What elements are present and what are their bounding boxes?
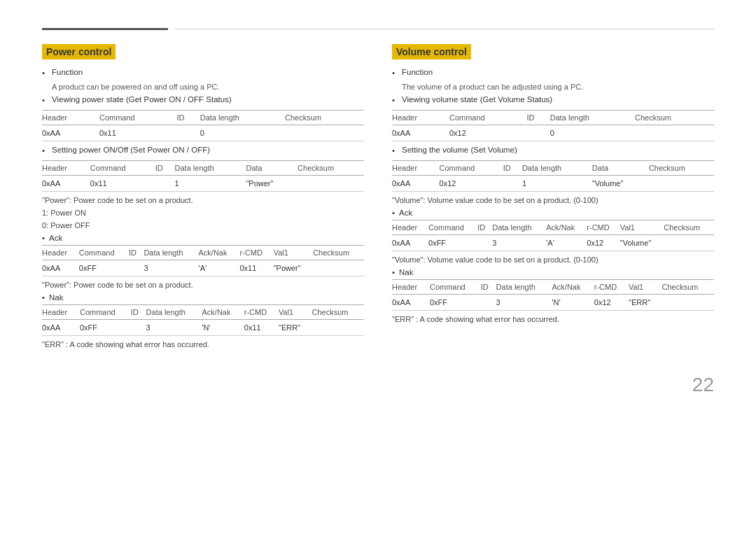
col-command: Command: [99, 111, 177, 125]
volume-ack-table: Header Command ID Data length Ack/Nak r-…: [392, 220, 714, 251]
power-viewing-label: Viewing power state (Get Power ON / OFF …: [52, 95, 232, 104]
two-column-layout: Power control • Function A product can b…: [42, 44, 714, 353]
power-err-note: "ERR" : A code showing what error has oc…: [42, 340, 364, 349]
power-note2: 1: Power ON: [42, 209, 364, 217]
table-row: 0xAA 0x11 1 "Power": [42, 176, 364, 192]
page-number: 22: [42, 374, 714, 396]
volume-view-table: Header Command ID Data length Checksum 0…: [392, 110, 714, 141]
power-setting-list: • Setting power ON/Off (Set Power ON / O…: [42, 146, 364, 155]
volume-ack-label: Ack: [392, 209, 714, 217]
table-row: 0xAA 0xFF 3 'N' 0x11 "ERR": [42, 320, 364, 336]
power-setting-item: • Setting power ON/Off (Set Power ON / O…: [42, 146, 364, 155]
page-top-line: [42, 28, 714, 30]
table-row: 0xAA 0xFF 3 'N' 0x12 "ERR": [392, 295, 714, 311]
power-ack-table: Header Command ID Data length Ack/Nak r-…: [42, 245, 364, 276]
col-id: ID: [177, 111, 200, 125]
volume-control-title: Volume control: [392, 44, 471, 59]
volume-setting-item: • Setting the volume (Set Volume): [392, 146, 714, 155]
col-checksum: Checksum: [285, 111, 364, 125]
volume-function-list: • Function: [392, 68, 714, 77]
bullet-icon4: •: [392, 69, 402, 77]
bullet-icon: •: [42, 69, 52, 77]
volume-setting-label: Setting the volume (Set Volume): [402, 146, 517, 154]
volume-control-section: Volume control • Function The volume of …: [392, 44, 714, 353]
power-function-label: Function: [52, 68, 83, 76]
power-note1: "Power": Power code to be set on a produ…: [42, 196, 364, 204]
power-function-list: • Function: [42, 68, 364, 77]
bullet-icon5: •: [392, 96, 402, 104]
volume-setting-list: • Setting the volume (Set Volume): [392, 146, 714, 155]
col-header: Header: [42, 111, 99, 125]
power-nak-label: Nak: [42, 293, 364, 302]
power-function-desc: A product can be powered on and off usin…: [52, 83, 364, 91]
volume-function-desc: The volume of a product can be adjusted …: [402, 83, 714, 91]
power-control-section: Power control • Function A product can b…: [42, 44, 364, 353]
top-line-rule: [175, 29, 714, 29]
power-ack-label: Ack: [42, 234, 364, 242]
top-line-accent: [42, 28, 168, 30]
volume-note1: "Volume": Volume value code to be set on…: [392, 196, 714, 204]
table-row: 0xAA 0x11 0: [42, 125, 364, 141]
volume-viewing-item: • Viewing volume state (Get Volume Statu…: [392, 95, 714, 104]
bullet-icon2: •: [42, 96, 52, 104]
volume-err-note: "ERR" : A code showing what error has oc…: [392, 315, 714, 323]
col-datalength: Data length: [200, 111, 285, 125]
volume-viewing-list: • Viewing volume state (Get Volume Statu…: [392, 95, 714, 104]
volume-nak-label: Nak: [392, 268, 714, 276]
bullet-icon6: •: [392, 146, 402, 155]
table-row: 0xAA 0x12 0: [392, 125, 714, 141]
power-ack-note: "Power": Power code to be set on a produ…: [42, 281, 364, 289]
volume-nak-table: Header Command ID Data length Ack/Nak r-…: [392, 279, 714, 311]
volume-viewing-label: Viewing volume state (Get Volume Status): [402, 95, 552, 104]
power-setting-label: Setting power ON/Off (Set Power ON / OFF…: [52, 146, 210, 154]
power-view-table: Header Command ID Data length Checksum 0…: [42, 110, 364, 141]
bullet-icon3: •: [42, 146, 52, 155]
volume-function-item: • Function: [392, 68, 714, 77]
power-control-title: Power control: [42, 44, 115, 59]
power-viewing-list: • Viewing power state (Get Power ON / OF…: [42, 95, 364, 104]
power-note3: 0: Power OFF: [42, 221, 364, 230]
volume-ack-note: "Volume": Volume value code to be set on…: [392, 255, 714, 264]
power-nak-table: Header Command ID Data length Ack/Nak r-…: [42, 304, 364, 336]
table-row: 0xAA 0xFF 3 'A' 0x12 "Volume": [392, 235, 714, 251]
table-row: 0xAA 0xFF 3 'A' 0x11 "Power": [42, 260, 364, 276]
volume-set-table: Header Command ID Data length Data Check…: [392, 160, 714, 192]
power-set-table: Header Command ID Data length Data Check…: [42, 160, 364, 192]
power-viewing-item: • Viewing power state (Get Power ON / OF…: [42, 95, 364, 104]
power-function-item: • Function: [42, 68, 364, 77]
volume-function-label: Function: [402, 68, 433, 76]
table-row: 0xAA 0x12 1 "Volume": [392, 176, 714, 192]
